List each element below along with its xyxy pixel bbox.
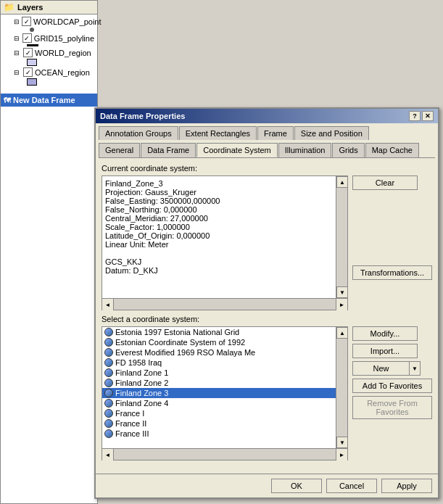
tabs-row1: Annotation Groups Extent Rectangles Fram…: [96, 123, 438, 140]
coord-item-finland3[interactable]: Finland Zone 3: [102, 388, 336, 398]
layer-item-ocean-region[interactable]: ⊟ OCEAN_region: [2, 67, 96, 78]
layers-title-text: Layers: [17, 3, 43, 12]
new-button-group: New ▼: [352, 361, 432, 376]
coord-item-france2[interactable]: France II: [102, 418, 336, 429]
layers-title: 📁 Layers: [1, 1, 97, 15]
list-scroll-left[interactable]: ◄: [102, 449, 114, 460]
clear-button[interactable]: Clear: [352, 175, 418, 190]
expand-icon-world[interactable]: ⊟: [14, 49, 21, 57]
expand-icon-ocean[interactable]: ⊟: [14, 69, 21, 76]
layer-symbol-world-region: [2, 58, 96, 67]
remove-favorites-button[interactable]: Remove From Favorites: [352, 396, 432, 419]
list-scrollbar-h: ◄ ►: [102, 448, 347, 460]
layer-item-grid15[interactable]: ⊟ GRID15_polyline: [2, 33, 96, 44]
coord-line-10: Datum: D_KKJ: [105, 266, 334, 275]
layers-list: ⊟ WORLDCAP_point ⊟ GRID15_polyline ⊟ WOR…: [1, 15, 97, 88]
cancel-button[interactable]: Cancel: [326, 479, 377, 493]
layer-checkbox-world-region[interactable]: [23, 48, 33, 57]
layer-symbol-worldcap: [2, 27, 96, 33]
list-scroll-right[interactable]: ►: [336, 449, 347, 460]
layer-label-grid15: GRID15_polyline: [34, 34, 94, 43]
coord-item-france1[interactable]: France I: [102, 408, 336, 418]
coord-item-finland2[interactable]: Finland Zone 2: [102, 378, 336, 388]
layer-label-worldcap: WORLDCAP_point: [33, 17, 102, 26]
layer-item-world-region[interactable]: ⊟ WORLD_region: [2, 47, 96, 58]
apply-button[interactable]: Apply: [381, 479, 432, 493]
new-data-frame-button[interactable]: 🗺 New Data Frame: [1, 94, 97, 107]
tab-grids[interactable]: Grids: [332, 143, 364, 157]
tab-size-position[interactable]: Size and Position: [294, 126, 369, 140]
import-button[interactable]: Import...: [352, 344, 418, 358]
tab-illumination[interactable]: Illumination: [278, 143, 332, 157]
coord-item-france3[interactable]: France III: [102, 429, 336, 439]
globe-icon: [104, 379, 113, 387]
line-symbol: [27, 44, 38, 46]
dialog-close-button[interactable]: ✕: [422, 111, 434, 121]
scroll-right-arrow[interactable]: ►: [336, 299, 347, 310]
coord-item-everest[interactable]: Everest Modified 1969 RSO Malaya Me: [102, 347, 336, 358]
list-scroll-down[interactable]: ▼: [336, 437, 348, 448]
layer-symbol-ocean-region: [2, 78, 96, 86]
coord-scrollbar-v: ▲ ▼: [336, 176, 347, 298]
current-coord-area: Finland_Zone_3 Projection: Gauss_Kruger …: [102, 175, 432, 310]
tab-map-cache[interactable]: Map Cache: [365, 143, 419, 157]
coord-label-france3: France III: [115, 429, 149, 438]
coord-label-finland1: Finland Zone 1: [115, 368, 168, 377]
tab-data-frame[interactable]: Data Frame: [141, 143, 196, 157]
coord-line-8: [105, 249, 334, 257]
layers-folder-icon: 📁: [4, 2, 15, 12]
expand-icon[interactable]: ⊟: [14, 18, 20, 25]
coord-label-finland2: Finland Zone 2: [115, 379, 168, 387]
coord-item-estonia97[interactable]: Estonia 1997 Estonia National Grid: [102, 327, 336, 337]
dialog-title: Data Frame Properties: [100, 112, 185, 120]
coord-line-0: Finland_Zone_3: [105, 179, 334, 188]
coord-line-6: Latitude_Of_Origin: 0,000000: [105, 231, 334, 240]
layer-item-worldcap[interactable]: ⊟ WORLDCAP_point: [2, 16, 96, 27]
scroll-down-arrow[interactable]: ▼: [336, 286, 348, 298]
right-buttons-list: Modify... Import... New ▼ Add To Favorit…: [352, 326, 432, 460]
tab-annotation-groups[interactable]: Annotation Groups: [99, 126, 178, 140]
scroll-up-arrow[interactable]: ▲: [336, 176, 348, 188]
tab-extent-rectangles[interactable]: Extent Rectangles: [179, 126, 257, 140]
ok-button[interactable]: OK: [271, 479, 322, 493]
globe-icon: [104, 389, 113, 397]
transformations-button[interactable]: Transformations...: [352, 265, 432, 280]
current-coord-label: Current coordinate system:: [102, 164, 432, 173]
coord-line-3: False_Northing: 0,000000: [105, 205, 334, 214]
tab-frame[interactable]: Frame: [257, 126, 294, 140]
select-coord-area: Estonia 1997 Estonia National Grid Eston…: [102, 326, 432, 460]
globe-icon: [104, 328, 113, 336]
coord-item-fd1958[interactable]: FD 1958 Iraq: [102, 358, 336, 368]
dialog-title-controls: ? ✕: [409, 111, 434, 121]
expand-icon-grid[interactable]: ⊟: [14, 35, 20, 42]
coord-line-1: Projection: Gauss_Kruger: [105, 188, 334, 197]
dot-symbol: [30, 28, 34, 32]
layer-checkbox-grid15[interactable]: [22, 33, 32, 43]
coord-label-estonia97: Estonia 1997 Estonia National Grid: [115, 328, 239, 336]
coord-label-finland3: Finland Zone 3: [115, 389, 168, 397]
list-scroll-up[interactable]: ▲: [336, 327, 348, 339]
globe-icon: [104, 338, 113, 347]
coord-item-estonian[interactable]: Estonian Coordinate System of 1992: [102, 337, 336, 347]
coord-item-finland1[interactable]: Finland Zone 1: [102, 368, 336, 378]
tabs-row2: General Data Frame Coordinate System Ill…: [96, 140, 438, 157]
tab-general[interactable]: General: [99, 143, 140, 157]
coord-label-france1: France I: [115, 409, 144, 418]
layer-label-world-region: WORLD_region: [35, 49, 91, 57]
dialog-help-button[interactable]: ?: [409, 111, 421, 121]
globe-icon: [104, 348, 113, 357]
add-favorites-button[interactable]: Add To Favorites: [352, 379, 432, 393]
dialog-footer: OK Cancel Apply: [96, 474, 438, 497]
tab-coordinate-system[interactable]: Coordinate System: [196, 143, 278, 157]
coord-list-container: Estonia 1997 Estonia National Grid Eston…: [102, 326, 348, 460]
new-button[interactable]: New: [352, 361, 409, 376]
new-dropdown-arrow[interactable]: ▼: [409, 361, 421, 376]
scroll-left-arrow[interactable]: ◄: [102, 299, 114, 310]
modify-button[interactable]: Modify...: [352, 326, 418, 341]
coord-display[interactable]: Finland_Zone_3 Projection: Gauss_Kruger …: [102, 175, 348, 299]
globe-icon: [104, 358, 113, 367]
coord-item-finland4[interactable]: Finland Zone 4: [102, 398, 336, 408]
layer-checkbox-ocean-region[interactable]: [23, 67, 33, 77]
layer-checkbox-worldcap[interactable]: [22, 17, 31, 26]
coord-info-container: Finland_Zone_3 Projection: Gauss_Kruger …: [102, 175, 348, 310]
